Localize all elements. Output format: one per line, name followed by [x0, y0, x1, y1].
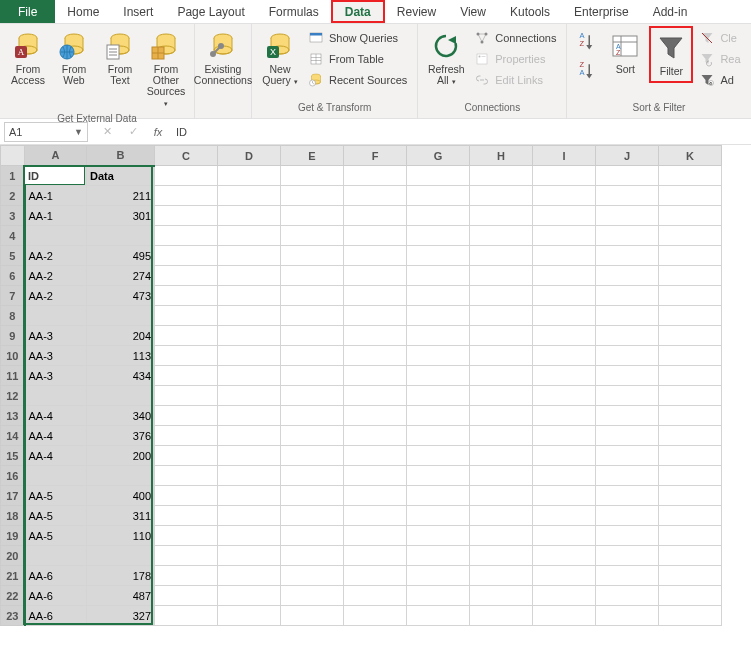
cell[interactable]: [470, 506, 533, 526]
cell[interactable]: [533, 206, 596, 226]
cell[interactable]: [155, 566, 218, 586]
tab-insert[interactable]: Insert: [111, 0, 165, 23]
cell[interactable]: [533, 566, 596, 586]
cell[interactable]: [281, 526, 344, 546]
cell[interactable]: AA-3: [25, 346, 87, 366]
cell[interactable]: 274: [87, 266, 155, 286]
cell[interactable]: [25, 546, 87, 566]
cell[interactable]: [533, 346, 596, 366]
refresh-all-button[interactable]: RefreshAll ▾: [424, 26, 468, 91]
cell[interactable]: AA-5: [25, 506, 87, 526]
cell[interactable]: [407, 306, 470, 326]
cell[interactable]: [281, 166, 344, 186]
cell[interactable]: [155, 206, 218, 226]
row-header[interactable]: 18: [1, 506, 25, 526]
row-header[interactable]: 22: [1, 586, 25, 606]
cell[interactable]: [218, 526, 281, 546]
cell[interactable]: [155, 266, 218, 286]
tab-formulas[interactable]: Formulas: [257, 0, 331, 23]
cell[interactable]: [281, 306, 344, 326]
cell[interactable]: [470, 446, 533, 466]
cell[interactable]: [344, 206, 407, 226]
cell[interactable]: AA-6: [25, 566, 87, 586]
cell[interactable]: [281, 486, 344, 506]
cell[interactable]: [155, 226, 218, 246]
cell[interactable]: [407, 486, 470, 506]
cell[interactable]: [218, 406, 281, 426]
cell[interactable]: [155, 326, 218, 346]
cell[interactable]: [659, 166, 722, 186]
cell[interactable]: [596, 366, 659, 386]
cell[interactable]: 113: [87, 346, 155, 366]
cell[interactable]: [470, 346, 533, 366]
cell[interactable]: [218, 586, 281, 606]
cell[interactable]: [470, 606, 533, 626]
row-header[interactable]: 4: [1, 226, 25, 246]
cell[interactable]: [218, 386, 281, 406]
tab-review[interactable]: Review: [385, 0, 448, 23]
cell[interactable]: 376: [87, 426, 155, 446]
cell[interactable]: [533, 406, 596, 426]
cell[interactable]: [596, 386, 659, 406]
cell[interactable]: [281, 546, 344, 566]
cell[interactable]: [344, 506, 407, 526]
cell[interactable]: [281, 346, 344, 366]
cell[interactable]: [407, 426, 470, 446]
cell[interactable]: [533, 246, 596, 266]
cell[interactable]: [533, 466, 596, 486]
row-header[interactable]: 9: [1, 326, 25, 346]
cell[interactable]: [407, 546, 470, 566]
cell[interactable]: [596, 166, 659, 186]
tab-kutools[interactable]: Kutools: [498, 0, 562, 23]
cell[interactable]: [344, 166, 407, 186]
cell[interactable]: [344, 406, 407, 426]
row-header[interactable]: 3: [1, 206, 25, 226]
cell[interactable]: [470, 486, 533, 506]
filter-button[interactable]: Filter: [649, 26, 693, 83]
cell[interactable]: [596, 406, 659, 426]
col-header-F[interactable]: F: [344, 146, 407, 166]
cell[interactable]: [533, 426, 596, 446]
cell[interactable]: [659, 546, 722, 566]
cell[interactable]: [218, 426, 281, 446]
cell[interactable]: 487: [87, 586, 155, 606]
cell[interactable]: 211: [87, 186, 155, 206]
row-header[interactable]: 13: [1, 406, 25, 426]
cell[interactable]: [281, 506, 344, 526]
cell[interactable]: [25, 226, 87, 246]
cell[interactable]: [344, 526, 407, 546]
col-header-A[interactable]: A: [25, 146, 87, 166]
cell[interactable]: [344, 186, 407, 206]
cell[interactable]: [155, 406, 218, 426]
cell[interactable]: [344, 566, 407, 586]
row-header[interactable]: 5: [1, 246, 25, 266]
cell[interactable]: [596, 326, 659, 346]
spreadsheet-grid[interactable]: ABCDEFGHIJK1IDData2AA-12113AA-130145AA-2…: [0, 145, 751, 626]
cell[interactable]: [155, 166, 218, 186]
cell[interactable]: [533, 526, 596, 546]
cell[interactable]: [659, 586, 722, 606]
cell[interactable]: [344, 286, 407, 306]
cell[interactable]: AA-5: [25, 526, 87, 546]
cell[interactable]: [596, 466, 659, 486]
cell[interactable]: [218, 166, 281, 186]
cell[interactable]: [596, 346, 659, 366]
cell[interactable]: AA-4: [25, 426, 87, 446]
cell[interactable]: [218, 506, 281, 526]
cell[interactable]: [407, 206, 470, 226]
col-header-K[interactable]: K: [659, 146, 722, 166]
cell[interactable]: [659, 326, 722, 346]
cell[interactable]: [470, 226, 533, 246]
row-header[interactable]: 20: [1, 546, 25, 566]
cell[interactable]: [218, 366, 281, 386]
cell[interactable]: 473: [87, 286, 155, 306]
row-header[interactable]: 15: [1, 446, 25, 466]
cell[interactable]: [533, 586, 596, 606]
cell[interactable]: [344, 446, 407, 466]
cell[interactable]: [533, 286, 596, 306]
cell[interactable]: [533, 266, 596, 286]
col-header-E[interactable]: E: [281, 146, 344, 166]
cell[interactable]: [155, 246, 218, 266]
cell[interactable]: [281, 386, 344, 406]
cell[interactable]: [344, 466, 407, 486]
